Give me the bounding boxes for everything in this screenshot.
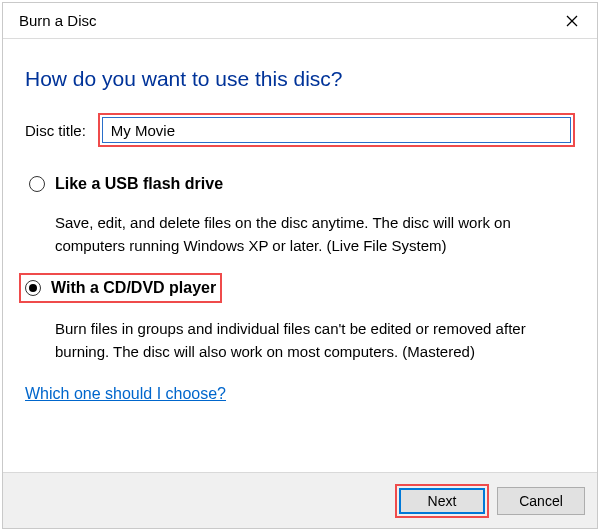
cancel-button[interactable]: Cancel (497, 487, 585, 515)
option-cd-label: With a CD/DVD player (51, 277, 216, 299)
option-cd[interactable]: With a CD/DVD player (19, 273, 222, 303)
window-title: Burn a Disc (19, 12, 549, 29)
close-button[interactable] (549, 5, 595, 37)
radio-icon (25, 280, 41, 296)
dialog-footer: Next Cancel (3, 472, 597, 528)
option-usb-desc: Save, edit, and delete files on the disc… (55, 211, 575, 257)
next-button-highlight: Next (395, 484, 489, 518)
next-button[interactable]: Next (399, 488, 485, 514)
option-cd-desc: Burn files in groups and individual file… (55, 317, 575, 363)
close-icon (566, 15, 578, 27)
disc-title-input[interactable] (102, 117, 571, 143)
page-heading: How do you want to use this disc? (25, 67, 575, 91)
disc-title-row: Disc title: (25, 113, 575, 147)
disc-title-highlight (98, 113, 575, 147)
dialog-window: Burn a Disc How do you want to use this … (2, 2, 598, 529)
titlebar: Burn a Disc (3, 3, 597, 39)
option-usb[interactable]: Like a USB flash drive (25, 171, 575, 197)
option-usb-label: Like a USB flash drive (55, 173, 223, 195)
disc-title-label: Disc title: (25, 122, 86, 139)
content-area: How do you want to use this disc? Disc t… (3, 39, 597, 472)
radio-icon (29, 176, 45, 192)
help-link[interactable]: Which one should I choose? (25, 385, 575, 403)
